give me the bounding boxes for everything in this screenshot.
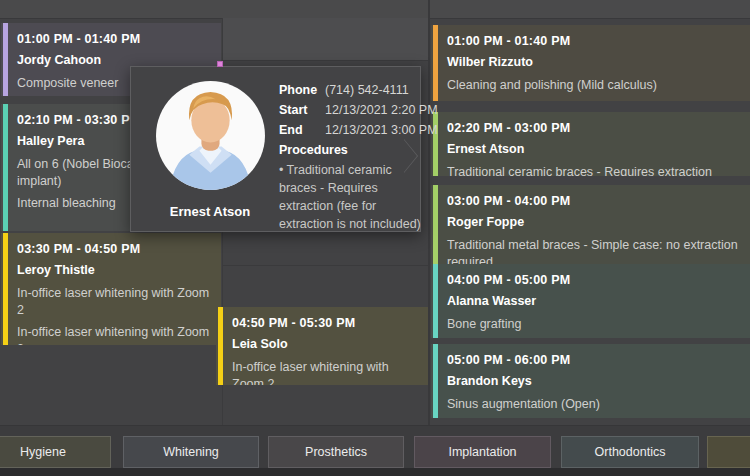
timeslot-gridline bbox=[223, 265, 428, 266]
appointment-tooltip: Ernest Atson Phone (714) 542-4111 Start … bbox=[130, 66, 421, 232]
category-color-bar bbox=[218, 307, 223, 385]
appointment-procedure: Traditional ceramic braces - Requires ex… bbox=[447, 164, 740, 176]
tab-whitening[interactable]: Whitening bbox=[123, 436, 259, 468]
category-color-bar bbox=[3, 233, 8, 345]
appointment-card-roger-foppe[interactable]: 03:00 PM - 04:00 PM Roger Foppe Traditio… bbox=[431, 185, 750, 265]
appointment-patient-name: Leia Solo bbox=[232, 337, 418, 351]
appointment-patient-name: Jordy Cahoon bbox=[17, 53, 211, 67]
appointment-time: 04:50 PM - 05:30 PM bbox=[232, 316, 418, 330]
procedures-label: Procedures bbox=[279, 143, 438, 157]
appointment-patient-name: Ernest Atson bbox=[447, 142, 740, 156]
appointment-time: 03:30 PM - 04:50 PM bbox=[17, 242, 211, 256]
appointment-procedure: Sinus augmentation (Open) bbox=[447, 396, 740, 413]
appointment-card-alanna-wasser[interactable]: 04:00 PM - 05:00 PM Alanna Wasser Bone g… bbox=[431, 264, 750, 338]
appointment-time: 02:20 PM - 03:00 PM bbox=[447, 121, 740, 135]
appointment-card-brandon-keys[interactable]: 05:00 PM - 06:00 PM Brandon Keys Sinus a… bbox=[431, 344, 750, 418]
tab-hygiene[interactable]: Hygiene bbox=[0, 436, 111, 468]
appointment-time: 01:00 PM - 01:40 PM bbox=[447, 34, 740, 48]
timeslot-gridline bbox=[223, 60, 428, 61]
appointment-patient-name: Wilber Rizzuto bbox=[447, 55, 740, 69]
patient-photo bbox=[155, 80, 266, 191]
appointment-time: 01:00 PM - 01:40 PM bbox=[17, 32, 211, 46]
tooltip-details-panel: Phone (714) 542-4111 Start 12/13/2021 2:… bbox=[277, 77, 438, 223]
tab-prosthetics[interactable]: Prosthetics bbox=[268, 436, 404, 468]
tab-partial[interactable] bbox=[707, 436, 750, 468]
appointment-resize-handle[interactable] bbox=[217, 61, 223, 67]
procedures-text: • Traditional ceramic braces - Requires … bbox=[279, 161, 431, 233]
appointment-patient-name: Leroy Thistle bbox=[17, 263, 211, 277]
appointment-patient-name: Alanna Wasser bbox=[447, 294, 740, 308]
appointment-patient-name: Brandon Keys bbox=[447, 374, 740, 388]
category-color-bar bbox=[3, 23, 8, 96]
tooltip-patient-panel: Ernest Atson bbox=[143, 77, 277, 223]
start-label: Start bbox=[279, 103, 325, 117]
scheduler-window: 01:00 PM - 01:40 PM Jordy Cahoon Composi… bbox=[0, 0, 750, 476]
scheduler-header-bar bbox=[0, 0, 750, 19]
appointment-patient-name: Roger Foppe bbox=[447, 215, 740, 229]
start-value: 12/13/2021 2:20 PM bbox=[325, 103, 438, 117]
appointment-card-leia-solo[interactable]: 04:50 PM - 05:30 PM Leia Solo In-office … bbox=[216, 307, 428, 385]
bottom-strip bbox=[0, 468, 750, 476]
appointment-time: 03:00 PM - 04:00 PM bbox=[447, 194, 740, 208]
appointment-card-wilber-rizzuto[interactable]: 01:00 PM - 01:40 PM Wilber Rizzuto Clean… bbox=[431, 25, 750, 101]
appointment-card-leroy-thistle[interactable]: 03:30 PM - 04:50 PM Leroy Thistle In-off… bbox=[1, 233, 221, 345]
appointment-procedure: In-office laser whitening with Zoom 2 bbox=[232, 359, 418, 385]
phone-value: (714) 542-4111 bbox=[325, 83, 409, 97]
appointment-procedure: Traditional metal braces - Simple case: … bbox=[447, 237, 740, 265]
phone-label: Phone bbox=[279, 83, 325, 97]
category-color-bar bbox=[433, 264, 438, 338]
end-label: End bbox=[279, 123, 325, 137]
appointment-time: 04:00 PM - 05:00 PM bbox=[447, 273, 740, 287]
end-value: 12/13/2021 3:00 PM bbox=[325, 123, 438, 137]
appointment-procedure: Bone grafting bbox=[447, 316, 740, 333]
appointment-procedure: In-office laser whitening with Zoom 2 bbox=[17, 324, 211, 345]
appointment-time: 05:00 PM - 06:00 PM bbox=[447, 353, 740, 367]
empty-timeslot-cell[interactable] bbox=[223, 18, 428, 60]
appointment-card-ernest-atson[interactable]: 02:20 PM - 03:00 PM Ernest Atson Traditi… bbox=[431, 112, 750, 176]
tab-implantation[interactable]: Implantation bbox=[414, 436, 551, 468]
appointment-procedure: Cleaning and polishing (Mild calculus) bbox=[447, 77, 740, 94]
category-color-bar bbox=[433, 344, 438, 418]
category-color-bar bbox=[3, 104, 8, 231]
tab-orthodontics[interactable]: Orthodontics bbox=[561, 436, 699, 468]
tooltip-patient-name: Ernest Atson bbox=[143, 204, 277, 219]
appointment-procedure: In-office laser whitening with Zoom 2 bbox=[17, 285, 211, 319]
